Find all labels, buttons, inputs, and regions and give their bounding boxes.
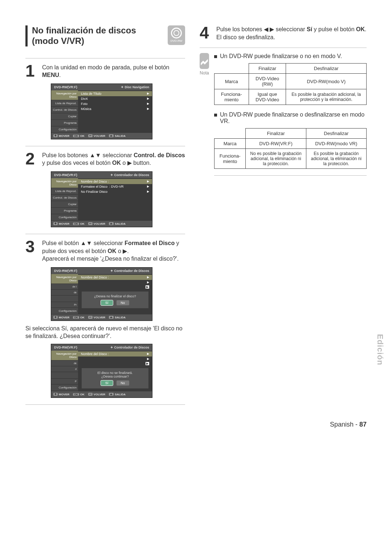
table-cell: DVD-RW(modo V) (286, 74, 367, 89)
step-3: 3 Pulse el botón ▲▼ seleccionar Formatee… (25, 239, 185, 263)
table-row-label: Funciona-miento (215, 149, 246, 169)
note-bullet-2: Un DVD-RW puede finalizarse o desfinaliz… (220, 111, 367, 125)
step-number: 3 (25, 239, 38, 263)
step-1: 1 Con la unidad en modo de parada, pulse… (25, 64, 185, 79)
osd-head-right: Disc Navigation (124, 85, 149, 89)
note-bullet-1: Un DVD-RW puede finalizarse o no en modo… (220, 53, 342, 60)
dialog-yes-button[interactable]: Sí (101, 300, 113, 305)
disc-icon-label: DVD-RW (171, 39, 183, 42)
dialog-no-button[interactable]: No (117, 300, 130, 305)
step-number: 1 (25, 64, 38, 79)
step-3-follow-text: Si selecciona Sí, aparecerá de nuevo el … (25, 325, 185, 340)
table-cell: DVD-RW(modo VR) (306, 139, 366, 149)
table-cell: No es posible la grabación adicional, la… (246, 149, 306, 169)
table-mode-vr: Finalizar Desfinalizar Marca DVD-RW(VR:F… (214, 128, 367, 169)
section-title-line2: (modo V/VR) (32, 36, 84, 46)
table-header: Finalizar (249, 64, 286, 74)
page-footer: Spanish - 87 (25, 421, 367, 428)
table-cell: DVD-Video (RW) (249, 74, 286, 89)
table-header: Finalizar (246, 129, 306, 139)
table-mode-v: Finalizar Desfinalizar Marca DVD-Video (… (214, 63, 367, 105)
side-tab-label: Edición (375, 334, 385, 365)
table-header: Desfinalizar (306, 129, 366, 139)
table-cell: Igual que DVD-Video (249, 89, 286, 105)
note-block: Nota Un DVD-RW puede finalizarse o no en… (200, 53, 367, 181)
dialog-no-button[interactable]: No (117, 380, 130, 386)
dvd-rw-icon: DVD-RW (168, 25, 185, 45)
osd-panel-4: DVD-RW(VR:F) ✦ Controlador de Discos Nav… (51, 344, 152, 398)
section-title: No finalización de discos (modo V/VR) (25, 25, 185, 46)
table-cell: Es posible la grabación adicional, la pr… (286, 89, 367, 105)
osd-panel-1: DVD-RW(VR:F) ✦ Disc Navigation Navegació… (51, 83, 152, 139)
osd-panel-2: DVD-RW(VR:F) ✦ Controlador de Discos Nav… (51, 171, 152, 227)
step-bold: MENU (42, 72, 59, 78)
step-2: 2 Pulse los botones ▲▼ seleccionar Contr… (25, 151, 185, 167)
osd-panel-3: DVD-RW(VR:F) ✦ Controlador de Discos Nav… (51, 267, 152, 321)
table-row-label: Funciona-miento (215, 89, 249, 105)
step-4: 4 Pulse los botones ◀ ▶ seleccionar Sí y… (200, 25, 367, 41)
table-row-label: Marca (215, 74, 249, 89)
osd-sidebar: Navegación por Disco Lista de Reprod. Co… (51, 90, 78, 133)
dialog-yes-button[interactable]: Sí (101, 380, 113, 386)
osd-dialog: El disco no se finalizará. ¿Desea contin… (82, 368, 148, 388)
note-label: Nota (200, 70, 209, 76)
step-number: 2 (25, 151, 38, 167)
table-row-label: Marca (215, 139, 246, 149)
step-number: 4 (200, 25, 212, 41)
osd-title: DVD-RW(VR:F) (54, 85, 77, 89)
osd-footer: ✥MOVER OKOK ↩VOLVER ⏏SALIDA (51, 133, 152, 139)
note-icon (200, 53, 209, 69)
table-header: Desfinalizar (286, 64, 367, 74)
step-text: Con la unidad en modo de parada, pulse e… (42, 64, 169, 70)
table-cell: Es posible la grabación adicional, la el… (306, 149, 366, 169)
osd-dialog: ¿Desea no finalizar el disco? Sí No (82, 292, 148, 308)
section-title-line1: No finalización de discos (32, 25, 136, 35)
table-cell: DVD-RW(VR:F) (246, 139, 306, 149)
